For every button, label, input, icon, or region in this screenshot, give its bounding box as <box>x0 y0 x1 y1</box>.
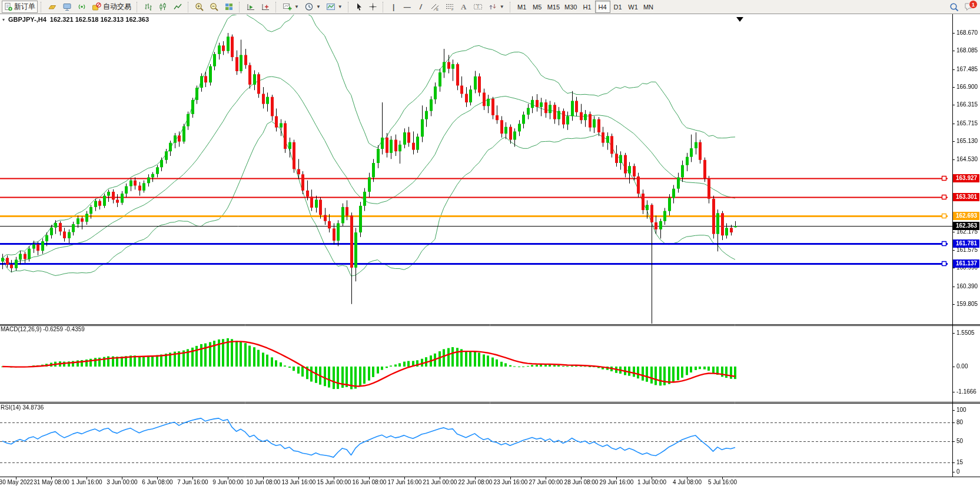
svg-text:F: F <box>451 8 454 11</box>
timeframe-button-w1[interactable]: W1 <box>626 1 641 13</box>
new-order-label: 新订单 <box>14 2 35 12</box>
chart-symbol-period: GBPJPY-,H4 <box>8 16 46 23</box>
cursor-icon <box>355 2 363 11</box>
cursor-button[interactable] <box>353 1 366 13</box>
indicators-button[interactable]: ▼ <box>280 1 301 13</box>
timeframe-button-h4[interactable]: H4 <box>595 1 610 13</box>
chart-shift-icon <box>261 2 270 11</box>
toolbar-separator <box>348 2 350 12</box>
crosshair-icon <box>368 2 377 11</box>
monitor-button[interactable] <box>60 1 74 13</box>
zoom-out-icon <box>210 2 219 12</box>
templates-button[interactable]: ▼ <box>324 1 345 13</box>
arrows-button[interactable]: ▼ <box>486 1 507 13</box>
toolbar-separator <box>188 2 190 12</box>
toolbar-separator <box>383 2 384 12</box>
chart-menu-caret-icon[interactable]: ▾ <box>2 17 5 22</box>
bar-chart-button[interactable] <box>141 1 155 13</box>
horizontal-line-button[interactable]: — <box>401 1 414 13</box>
auto-scroll-button[interactable] <box>244 1 258 13</box>
new-order-button[interactable]: 新订单 <box>2 1 38 13</box>
fibonacci-icon: F <box>445 2 454 11</box>
candlestick-chart-button[interactable] <box>156 1 170 13</box>
chevron-down-icon: ▼ <box>294 4 299 9</box>
main-toolbar: 新订单 自动交易 ▼ ▼ ▼ | — / E F A T ▼ M1M5M15M3… <box>0 0 980 14</box>
zoom-out-button[interactable] <box>207 1 221 13</box>
bar-chart-icon <box>144 2 153 11</box>
chart-title: ▾ GBPJPY-,H4 162.321 162.518 162.313 162… <box>2 16 149 23</box>
new-order-icon <box>4 2 12 11</box>
crosshair-button[interactable] <box>366 1 380 13</box>
monitor-icon <box>62 2 72 11</box>
vertical-line-icon: | <box>393 4 394 11</box>
channel-button[interactable]: E <box>428 1 442 13</box>
fibonacci-button[interactable]: F <box>443 1 457 13</box>
signal-button[interactable] <box>75 1 89 13</box>
rsi-label: RSI(14) 34.8736 <box>1 404 44 411</box>
chart-ohlc-values: 162.321 162.518 162.313 162.363 <box>50 16 149 23</box>
search-icon <box>949 2 959 12</box>
tile-windows-icon <box>224 2 234 11</box>
toolbar-separator <box>41 2 42 12</box>
auto-trading-icon <box>92 2 101 11</box>
clock-icon <box>304 2 314 11</box>
label-icon: T <box>473 2 483 11</box>
zoom-in-button[interactable] <box>192 1 207 13</box>
channel-icon: E <box>430 2 440 11</box>
tile-windows-button[interactable] <box>222 1 236 13</box>
trendline-icon: / <box>420 4 421 11</box>
svg-text:E: E <box>436 8 438 11</box>
horizontal-line-icon: — <box>404 4 411 11</box>
text-button[interactable]: A <box>457 1 470 13</box>
macd-label: MACD(12,26,9) -0.6259 -0.4359 <box>1 326 85 332</box>
notifications-button[interactable]: 1 <box>964 2 975 12</box>
toolbar-separator <box>275 2 277 12</box>
notification-badge: 1 <box>969 0 978 9</box>
gold-bars-button[interactable] <box>45 1 59 13</box>
text-icon: A <box>461 3 466 11</box>
toolbar-separator <box>239 2 241 12</box>
candlestick-chart-icon <box>158 2 168 11</box>
chart-area: ▾ GBPJPY-,H4 162.321 162.518 162.313 162… <box>0 14 980 486</box>
timeframe-button-m1[interactable]: M1 <box>514 1 530 13</box>
label-button[interactable]: T <box>471 1 485 13</box>
timeframe-button-h1[interactable]: H1 <box>580 1 595 13</box>
chart-shift-button[interactable] <box>258 1 273 13</box>
zoom-in-icon <box>195 2 204 12</box>
toolbar-separator <box>510 2 511 12</box>
signal-icon <box>77 2 87 11</box>
timeframe-button-d1[interactable]: D1 <box>610 1 626 13</box>
gold-bars-icon <box>48 2 57 11</box>
chevron-down-icon: ▼ <box>500 4 504 9</box>
search-button[interactable] <box>947 1 962 13</box>
auto-scroll-icon <box>246 2 255 11</box>
line-chart-button[interactable] <box>171 1 185 13</box>
indicators-icon <box>283 2 292 11</box>
chevron-down-icon: ▼ <box>316 4 321 9</box>
auto-trading-label: 自动交易 <box>103 2 131 12</box>
vertical-line-button[interactable]: | <box>387 1 400 13</box>
periods-button[interactable]: ▼ <box>302 1 323 13</box>
timeframe-button-m5[interactable]: M5 <box>530 1 545 13</box>
timeframe-toolbar: M1M5M15M30H1H4D1W1MN <box>514 1 656 13</box>
auto-trading-button[interactable]: 自动交易 <box>89 1 134 13</box>
timeframe-button-m30[interactable]: M30 <box>562 1 579 13</box>
timeframe-button-m15[interactable]: M15 <box>545 1 562 13</box>
trendline-button[interactable]: / <box>414 1 427 13</box>
template-icon <box>326 2 335 11</box>
chart-canvas[interactable] <box>0 14 980 486</box>
arrows-icon <box>488 2 497 11</box>
chevron-down-icon: ▼ <box>338 4 343 9</box>
svg-text:T: T <box>476 4 479 9</box>
toolbar-separator <box>137 2 138 12</box>
line-chart-icon <box>173 2 182 11</box>
timeframe-button-mn[interactable]: MN <box>641 1 656 13</box>
